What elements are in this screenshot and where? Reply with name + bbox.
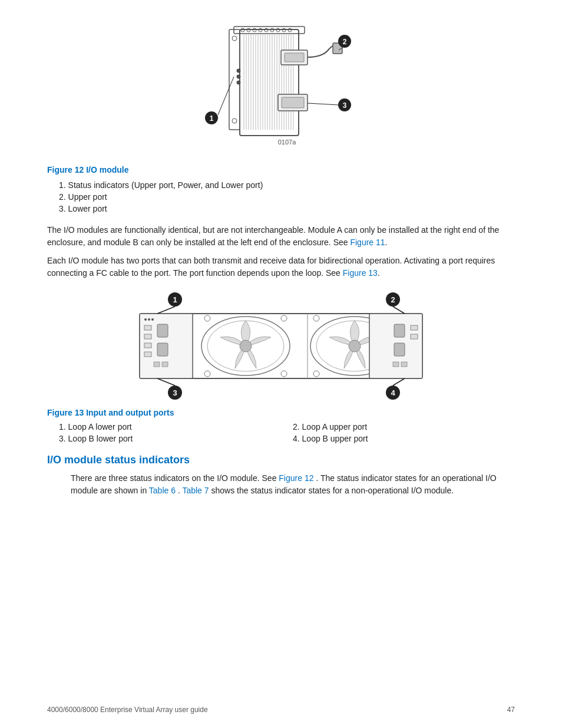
figure13-svg: 1 2 3 4 (110, 290, 452, 402)
svg-point-64 (144, 318, 147, 321)
figure13-link[interactable]: Figure 13 (343, 268, 378, 278)
section-body: There are three status indicators on the… (71, 472, 515, 497)
svg-rect-11 (229, 29, 240, 130)
svg-text:3: 3 (343, 101, 347, 110)
section-heading: I/O module status indicators (47, 454, 515, 466)
svg-rect-40 (282, 97, 304, 108)
svg-point-78 (313, 315, 319, 321)
svg-rect-57 (144, 334, 151, 339)
svg-line-94 (393, 307, 405, 314)
figure12-container: 1 2 3 0107a (47, 18, 515, 159)
svg-point-73 (281, 371, 287, 377)
figure12-list: 1. Status indicators (Upper port, Power,… (47, 180, 515, 213)
figure12-caption: Figure 12 I/O module (47, 165, 515, 174)
section-table7-link[interactable]: Table 7 (182, 486, 209, 495)
svg-rect-84 (411, 334, 418, 339)
figure13-item-2: 2. Loop A upper port (293, 422, 515, 431)
svg-point-42 (237, 75, 240, 78)
svg-rect-62 (154, 362, 160, 367)
svg-point-77 (349, 340, 361, 352)
svg-rect-63 (162, 362, 168, 367)
svg-point-72 (204, 371, 210, 377)
svg-rect-83 (411, 325, 418, 330)
svg-rect-56 (144, 325, 151, 330)
svg-rect-85 (394, 324, 405, 337)
svg-line-52 (308, 103, 338, 105)
svg-rect-37 (285, 53, 304, 62)
svg-point-13 (232, 118, 237, 123)
svg-text:2: 2 (343, 38, 347, 46)
figure13-item-4: 4. Loop B upper port (293, 434, 515, 443)
svg-rect-87 (393, 362, 399, 367)
svg-line-97 (157, 378, 175, 386)
svg-point-41 (237, 69, 240, 73)
svg-text:1: 1 (210, 114, 214, 123)
svg-point-43 (237, 81, 240, 84)
section-table6-link[interactable]: Table 6 (149, 486, 176, 495)
svg-rect-58 (144, 343, 151, 348)
svg-point-80 (313, 371, 319, 377)
svg-rect-60 (157, 324, 168, 337)
figure12-svg: 1 2 3 0107a (187, 18, 375, 159)
svg-text:2: 2 (391, 295, 395, 304)
svg-rect-88 (401, 362, 407, 367)
figure13-item-1: 1. Loop A lower port (59, 422, 281, 431)
svg-text:1: 1 (173, 295, 177, 304)
svg-point-65 (148, 318, 150, 321)
figure11-link[interactable]: Figure 11 (350, 238, 385, 247)
body-paragraph-1: The I/O modules are functionally identic… (47, 224, 515, 249)
section-figure12-link[interactable]: Figure 12 (279, 473, 313, 483)
body-paragraph-2: Each I/O module has two ports that can b… (47, 255, 515, 279)
svg-text:0107a: 0107a (278, 139, 296, 146)
figure13-item-3: 3. Loop B lower port (59, 434, 281, 443)
svg-rect-61 (157, 343, 168, 356)
svg-text:3: 3 (173, 388, 177, 397)
svg-line-91 (157, 307, 175, 314)
svg-rect-59 (144, 352, 151, 357)
figure13-container: 1 2 3 4 (47, 290, 515, 402)
footer-page: 47 (507, 706, 515, 714)
svg-point-12 (232, 36, 237, 41)
figure13-list: 1. Loop A lower port 2. Loop A upper por… (59, 422, 515, 443)
svg-line-46 (218, 77, 234, 115)
figure13-caption: Figure 13 Input and output ports (47, 408, 515, 417)
svg-point-66 (151, 318, 154, 321)
figure12-item-2: 2. Upper port (59, 192, 515, 202)
svg-line-100 (393, 378, 405, 386)
figure12-item-1: 1. Status indicators (Upper port, Power,… (59, 180, 515, 190)
footer: 4000/6000/8000 Enterprise Virtual Array … (0, 706, 562, 714)
svg-point-71 (281, 315, 287, 321)
figure12-item-3: 3. Lower port (59, 204, 515, 213)
svg-text:4: 4 (391, 388, 395, 397)
footer-product: 4000/6000/8000 Enterprise Virtual Array … (47, 706, 208, 714)
svg-rect-86 (394, 343, 405, 356)
svg-point-69 (240, 340, 252, 352)
svg-point-70 (204, 315, 210, 321)
